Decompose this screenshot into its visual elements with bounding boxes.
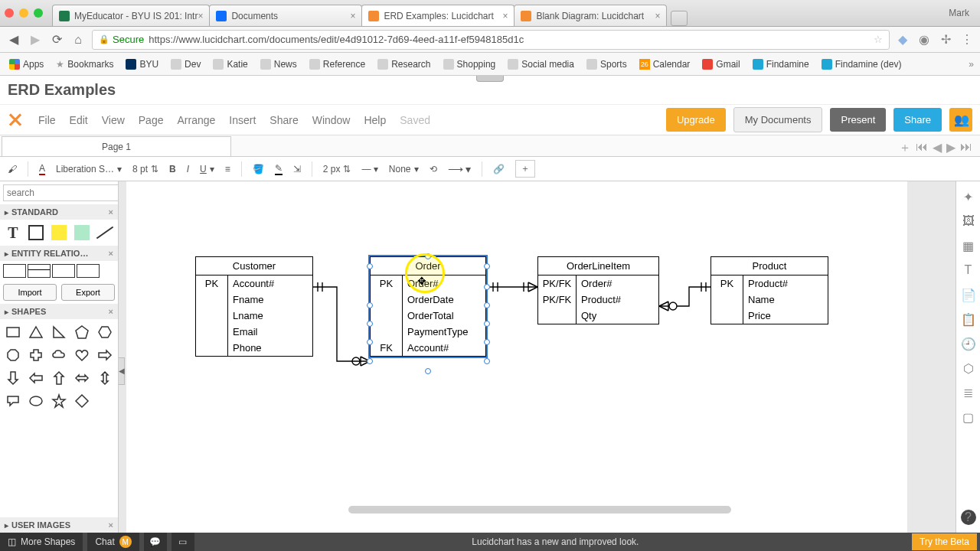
bookmark-shopping[interactable]: Shopping (440, 57, 499, 71)
er-shape[interactable] (28, 264, 51, 278)
menu-file[interactable]: File (38, 114, 56, 126)
shape-arrow-ud[interactable] (95, 368, 115, 388)
page-icon[interactable]: 📄 (961, 287, 976, 302)
extension-icon[interactable]: ◉ (917, 33, 931, 47)
text-color[interactable]: A (39, 163, 45, 175)
format-painter[interactable]: 🖌 (8, 164, 17, 174)
close-icon[interactable]: × (502, 11, 508, 21)
bookmark-apps[interactable]: Apps (6, 57, 47, 71)
grid-icon[interactable]: ▦ (961, 238, 976, 253)
connection-point[interactable] (484, 339, 490, 345)
shape-diamond[interactable] (72, 391, 92, 411)
text-icon[interactable]: T (961, 262, 976, 278)
browser-tab[interactable]: Blank Diagram: Lucidchart× (514, 5, 667, 26)
navigator-icon[interactable]: ✦ (961, 189, 976, 204)
reload-button[interactable]: ⟳ (49, 32, 64, 47)
bookmark-calendar[interactable]: 26Calendar (636, 57, 694, 71)
close-icon[interactable]: × (198, 11, 203, 21)
border-color[interactable]: ✎ (275, 163, 283, 175)
shape-arrow-down[interactable] (3, 368, 23, 388)
italic-button[interactable]: I (187, 164, 189, 174)
theme-icon[interactable]: 🖼 (961, 214, 976, 229)
next-page-icon[interactable]: ▶ (946, 140, 956, 156)
box-shape[interactable] (26, 223, 46, 243)
er-shape[interactable] (52, 264, 75, 278)
bookmark-news[interactable]: News (257, 57, 300, 71)
close-icon[interactable]: × (655, 11, 660, 21)
shape-arrow-right[interactable] (95, 345, 115, 365)
close-icon[interactable]: × (109, 249, 113, 258)
connection-point[interactable] (484, 358, 490, 364)
minimap-button[interactable]: ▭ (172, 533, 194, 551)
clipboard-icon[interactable]: 📋 (961, 311, 976, 327)
section-entity-relationship[interactable]: ENTITY RELATIO…× (0, 246, 118, 261)
shape-options[interactable]: ⇲ (293, 164, 301, 174)
connection-point[interactable] (484, 302, 490, 308)
present-button[interactable]: Present (830, 108, 886, 132)
shape-heart[interactable] (72, 345, 92, 365)
section-standard[interactable]: STANDARD× (0, 204, 118, 220)
pulldown-handle[interactable] (476, 76, 504, 82)
shape-triangle[interactable] (26, 322, 46, 342)
close-icon[interactable]: × (109, 520, 113, 530)
star-icon[interactable]: ☆ (874, 34, 883, 45)
connection-point[interactable] (367, 263, 373, 269)
menu-page[interactable]: Page (139, 114, 164, 126)
first-page-icon[interactable]: ⏮ (916, 140, 928, 156)
underline-button[interactable]: U ▾ (200, 164, 214, 174)
shape-pentagon[interactable] (72, 322, 92, 342)
help-icon[interactable]: ? (961, 510, 976, 525)
export-button[interactable]: Export (61, 284, 115, 301)
bookmark-gmail[interactable]: Gmail (699, 57, 743, 71)
back-button[interactable]: ◀ (6, 32, 21, 47)
page-tab[interactable]: Page 1 (2, 136, 231, 156)
window-zoom[interactable] (34, 8, 43, 18)
shape-cross[interactable] (26, 345, 46, 365)
connection-point[interactable] (425, 253, 431, 259)
align-button[interactable]: ≡ (225, 164, 230, 174)
shape-arrow-up[interactable] (49, 368, 69, 388)
chat-button[interactable]: ChatM (87, 533, 139, 551)
section-shapes[interactable]: SHAPES× (0, 304, 118, 319)
er-shape[interactable] (77, 264, 100, 278)
bookmark-sports[interactable]: Sports (583, 57, 630, 71)
collapse-panel-handle[interactable]: ◀ (119, 357, 125, 385)
prev-page-icon[interactable]: ◀ (933, 140, 942, 156)
close-icon[interactable]: × (109, 207, 113, 217)
connection-point[interactable] (367, 302, 373, 308)
bold-button[interactable]: B (169, 164, 176, 174)
bookmark-byu[interactable]: BYU (122, 57, 162, 71)
try-beta-button[interactable]: Try the Beta (912, 533, 977, 550)
my-documents-button[interactable]: My Documents (733, 107, 823, 132)
slideshow-icon[interactable]: ▢ (961, 409, 976, 425)
extension-icon[interactable]: ◆ (896, 33, 910, 47)
bookmarks-overflow[interactable]: » (969, 59, 974, 70)
shape-callout[interactable] (3, 391, 23, 411)
connection-point[interactable] (367, 321, 373, 327)
line-cap-end[interactable]: ⟶ ▾ (448, 163, 472, 175)
line-cap-start[interactable]: None ▾ (389, 164, 419, 174)
bookmark-findamine[interactable]: Findamine (750, 57, 812, 71)
font-family[interactable]: Liberation S… ▾ (56, 164, 122, 174)
shape-search-input[interactable] (3, 184, 119, 201)
bookmark-research[interactable]: Research (374, 57, 433, 71)
window-close[interactable] (5, 8, 14, 18)
bookmark-social[interactable]: Social media (505, 57, 577, 71)
menu-arrange[interactable]: Arrange (177, 114, 215, 126)
shape-ellipse[interactable] (26, 391, 46, 411)
last-page-icon[interactable]: ⏭ (960, 140, 972, 156)
cube-icon[interactable]: ⬡ (961, 360, 976, 376)
home-button[interactable]: ⌂ (70, 32, 86, 47)
connection-point[interactable] (425, 368, 431, 374)
menu-help[interactable]: Help (364, 114, 386, 126)
entity-orderlineitem[interactable]: OrderLineItem PK/FKOrder# PK/FKProduct# … (537, 256, 659, 324)
canvas[interactable]: Customer PKAccount# Fname Lname Email Ph… (126, 181, 907, 533)
import-button[interactable]: Import (3, 284, 57, 301)
note-shape[interactable] (49, 223, 69, 243)
shape-octagon[interactable] (3, 345, 23, 365)
browser-tab[interactable]: Documents× (209, 5, 362, 26)
layers-icon[interactable]: ≣ (961, 385, 976, 400)
section-user-images[interactable]: USER IMAGES× (0, 517, 118, 533)
entity-customer[interactable]: Customer PKAccount# Fname Lname Email Ph… (195, 256, 313, 357)
connection-point[interactable] (484, 284, 490, 290)
